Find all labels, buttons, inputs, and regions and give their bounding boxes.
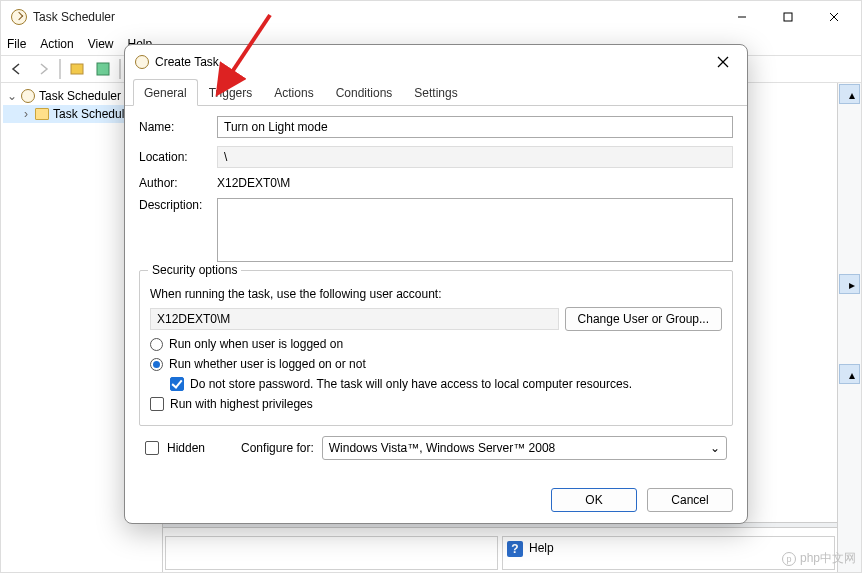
chevron-up-icon: ▴ [849, 88, 855, 102]
configure-for-select[interactable]: Windows Vista™, Windows Server™ 2008 ⌄ [322, 436, 727, 460]
checkbox-highest-priv-label: Run with highest privileges [170, 397, 313, 411]
name-input[interactable] [217, 116, 733, 138]
account-field: X12DEXT0\M [150, 308, 559, 330]
forward-button[interactable] [31, 57, 55, 81]
author-label: Author: [139, 176, 217, 190]
tree-root-label: Task Scheduler (L [39, 89, 135, 103]
tab-settings[interactable]: Settings [403, 79, 468, 106]
name-label: Name: [139, 120, 217, 134]
minimize-button[interactable] [719, 1, 765, 33]
tab-body: Name: Location: \ Author: X12DEXT0\M Des… [125, 106, 747, 477]
hidden-label: Hidden [167, 441, 205, 455]
radio-run-logged-on[interactable] [150, 338, 163, 351]
tab-strip: General Triggers Actions Conditions Sett… [125, 79, 747, 106]
when-running-label: When running the task, use the following… [150, 287, 442, 301]
bottom-left [165, 536, 498, 570]
actions-header-2[interactable]: ▸ [839, 274, 860, 294]
checkbox-highest-priv[interactable] [150, 397, 164, 411]
watermark: p php中文网 [782, 550, 856, 567]
checkbox-do-not-store-label: Do not store password. The task will onl… [190, 377, 632, 391]
dialog-titlebar: Create Task [125, 45, 747, 79]
checkbox-hidden[interactable] [145, 441, 159, 455]
title-bar: Task Scheduler [1, 1, 861, 33]
description-label: Description: [139, 198, 217, 212]
author-value: X12DEXT0\M [217, 176, 733, 190]
configure-for-label: Configure for: [241, 441, 314, 455]
separator [119, 59, 121, 79]
radio-run-logged-on-label: Run only when user is logged on [169, 337, 343, 351]
app-icon [11, 9, 27, 25]
chevron-down-icon: ⌄ [710, 441, 720, 455]
cancel-button[interactable]: Cancel [647, 488, 733, 512]
location-label: Location: [139, 150, 217, 164]
change-user-button[interactable]: Change User or Group... [565, 307, 722, 331]
bottom-panel: ? Help [163, 534, 837, 572]
tab-triggers[interactable]: Triggers [198, 79, 264, 106]
toolbar-btn-2[interactable] [91, 57, 115, 81]
checkbox-do-not-store[interactable] [170, 377, 184, 391]
actions-header-1[interactable]: ▴ [839, 84, 860, 104]
toolbar-btn-1[interactable] [65, 57, 89, 81]
svg-rect-5 [97, 63, 109, 75]
maximize-button[interactable] [765, 1, 811, 33]
menu-view[interactable]: View [88, 37, 114, 51]
dialog-buttons: OK Cancel [125, 477, 747, 523]
description-input[interactable] [217, 198, 733, 262]
dialog-icon [135, 55, 149, 69]
create-task-dialog: Create Task General Triggers Actions Con… [124, 44, 748, 524]
help-icon: ? [507, 541, 523, 557]
menu-file[interactable]: File [7, 37, 26, 51]
tree-child-label: Task Schedule [53, 107, 131, 121]
svg-rect-4 [71, 64, 83, 74]
configure-for-value: Windows Vista™, Windows Server™ 2008 [329, 441, 556, 455]
watermark-icon: p [782, 552, 796, 566]
radio-run-whether-label: Run whether user is logged on or not [169, 357, 366, 371]
tab-conditions[interactable]: Conditions [325, 79, 404, 106]
watermark-text: php中文网 [800, 550, 856, 567]
menu-action[interactable]: Action [40, 37, 73, 51]
radio-run-whether[interactable] [150, 358, 163, 371]
close-button[interactable] [811, 1, 857, 33]
tab-actions[interactable]: Actions [263, 79, 324, 106]
actions-header-3[interactable]: ▴ [839, 364, 860, 384]
separator [59, 59, 61, 79]
svg-rect-1 [784, 13, 792, 21]
expand-icon[interactable]: › [21, 107, 31, 121]
location-value: \ [217, 146, 733, 168]
actions-pane: ▴ ▸ ▴ [837, 83, 861, 572]
scheduler-icon [21, 89, 35, 103]
expand-icon[interactable]: ⌄ [7, 89, 17, 103]
security-legend: Security options [148, 263, 241, 277]
back-button[interactable] [5, 57, 29, 81]
tab-general[interactable]: General [133, 79, 198, 106]
security-options-group: Security options When running the task, … [139, 270, 733, 426]
chevron-right-icon: ▸ [849, 278, 855, 292]
help-label[interactable]: Help [529, 541, 554, 555]
window-title: Task Scheduler [33, 10, 115, 24]
folder-icon [35, 108, 49, 120]
dialog-title: Create Task [155, 55, 219, 69]
ok-button[interactable]: OK [551, 488, 637, 512]
dialog-close-button[interactable] [709, 48, 737, 76]
chevron-up-icon: ▴ [849, 368, 855, 382]
